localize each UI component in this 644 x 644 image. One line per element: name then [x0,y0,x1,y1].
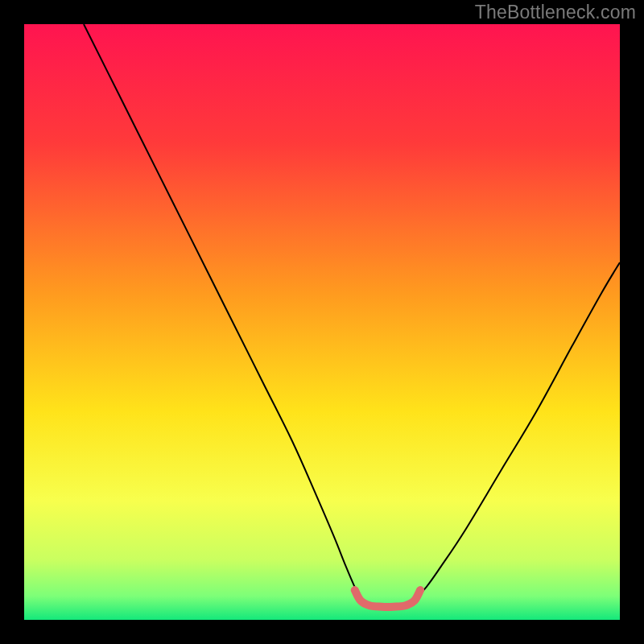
gradient-background [24,24,620,620]
chart-svg [24,24,620,620]
watermark-text: TheBottleneck.com [475,2,636,23]
plot-area [24,24,620,620]
chart-frame: TheBottleneck.com [0,0,644,644]
